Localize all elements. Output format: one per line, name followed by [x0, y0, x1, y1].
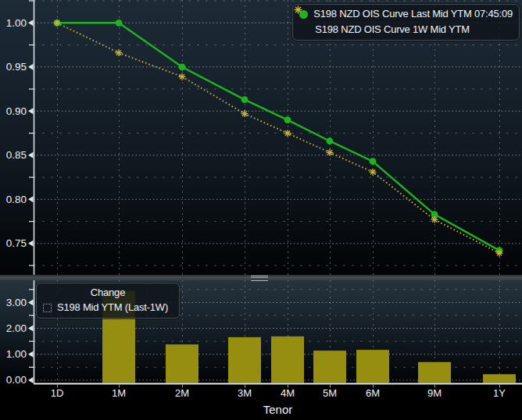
data-point-2M	[179, 73, 186, 80]
y-tick-label: 0.80	[6, 194, 27, 205]
panel-splitter[interactable]	[0, 275, 522, 280]
legend-item-label: S198 Mid YTM (Last-1W)	[57, 300, 168, 315]
data-point-5M	[327, 149, 334, 156]
bar-3M	[228, 337, 261, 383]
data-point-1M	[116, 20, 123, 27]
bloomberg-chart-window: 1.000.950.900.850.800.753.002.001.000.00…	[0, 0, 522, 420]
bar-2M	[166, 344, 198, 383]
bar-4M	[271, 336, 304, 383]
axis-gutter-background	[0, 383, 522, 420]
splitter-grip-icon[interactable]	[251, 276, 268, 281]
x-tick-label: 9M	[427, 387, 442, 399]
bar-6M	[356, 350, 389, 383]
data-point-9M	[431, 216, 438, 223]
x-tick-label: 2M	[175, 387, 189, 399]
ois-curve-chart[interactable]: 1.000.950.900.850.800.753.002.001.000.00…	[0, 0, 522, 420]
data-point-1D	[54, 20, 61, 27]
bar-5M	[313, 351, 346, 383]
data-point-6M	[370, 169, 377, 176]
x-tick-label: 3M	[238, 387, 252, 399]
data-point-1Y	[496, 250, 503, 257]
data-point-4M	[284, 116, 291, 123]
legend-item-last: S198 NZD OIS Curve Last Mid YTM 07:45:09	[299, 6, 513, 22]
data-point-3M	[241, 96, 248, 103]
bar-1Y	[483, 374, 516, 383]
legend-item-label: S198 NZD OIS Curve Last Mid YTM 07:45:09	[313, 6, 513, 22]
data-point-4M	[284, 130, 291, 137]
y-tick-label: 0.95	[6, 61, 27, 73]
x-tick-label: 6M	[366, 387, 380, 399]
data-point-5M	[327, 137, 334, 144]
x-tick-label: 1Y	[493, 387, 506, 399]
y-tick-label: 3.00	[6, 297, 27, 308]
data-point-6M	[370, 158, 377, 165]
legend-item-1w: S198 NZD OIS Curve 1W Mid YTM	[299, 22, 513, 37]
data-point-1M	[116, 49, 123, 56]
y-tick-label: 0.85	[6, 149, 27, 161]
y-tick-label: 1.00	[6, 348, 27, 360]
dotted-square-icon	[43, 304, 52, 312]
bar-9M	[418, 362, 451, 383]
x-axis-title: Tenor	[263, 403, 293, 416]
y-tick-label: 0.75	[6, 237, 27, 249]
top-legend: S198 NZD OIS Curve Last Mid YTM 07:45:09…	[292, 4, 520, 41]
y-tick-label: 1.00	[6, 17, 27, 29]
data-point-3M	[241, 110, 248, 117]
bottom-legend-title: Change	[43, 285, 173, 300]
x-tick-label: 5M	[323, 387, 337, 399]
legend-item-label: S198 NZD OIS Curve 1W Mid YTM	[315, 22, 470, 37]
x-tick-label: 4M	[281, 387, 295, 399]
panel-background-top	[0, 0, 522, 276]
legend-item-change: S198 Mid YTM (Last-1W)	[43, 300, 173, 315]
asterisk-icon	[299, 25, 309, 35]
y-tick-label: 0.90	[6, 105, 27, 117]
x-tick-label: 1M	[112, 387, 126, 399]
data-point-2M	[179, 63, 186, 70]
bottom-legend: Change S198 Mid YTM (Last-1W)	[36, 283, 180, 319]
y-tick-label: 0.00	[6, 374, 27, 386]
y-tick-label: 2.00	[6, 322, 27, 334]
x-tick-label: 1D	[51, 387, 64, 399]
